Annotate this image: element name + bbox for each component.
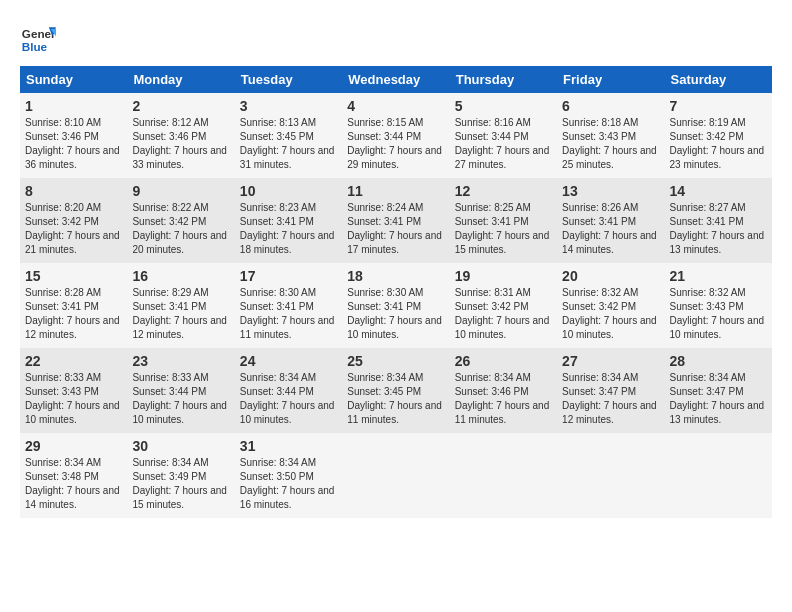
calendar-cell: 10 Sunrise: 8:23 AMSunset: 3:41 PMDaylig… <box>235 178 342 263</box>
day-info: Sunrise: 8:29 AMSunset: 3:41 PMDaylight:… <box>132 287 227 340</box>
day-number: 2 <box>132 98 229 114</box>
day-number: 19 <box>455 268 552 284</box>
day-info: Sunrise: 8:23 AMSunset: 3:41 PMDaylight:… <box>240 202 335 255</box>
week-row-2: 8 Sunrise: 8:20 AMSunset: 3:42 PMDayligh… <box>20 178 772 263</box>
day-info: Sunrise: 8:34 AMSunset: 3:47 PMDaylight:… <box>670 372 765 425</box>
day-info: Sunrise: 8:34 AMSunset: 3:50 PMDaylight:… <box>240 457 335 510</box>
day-number: 22 <box>25 353 122 369</box>
day-number: 8 <box>25 183 122 199</box>
day-number: 25 <box>347 353 444 369</box>
day-info: Sunrise: 8:26 AMSunset: 3:41 PMDaylight:… <box>562 202 657 255</box>
calendar-cell: 12 Sunrise: 8:25 AMSunset: 3:41 PMDaylig… <box>450 178 557 263</box>
calendar-cell: 30 Sunrise: 8:34 AMSunset: 3:49 PMDaylig… <box>127 433 234 518</box>
day-number: 4 <box>347 98 444 114</box>
day-info: Sunrise: 8:19 AMSunset: 3:42 PMDaylight:… <box>670 117 765 170</box>
logo: General Blue <box>20 20 60 56</box>
calendar-cell: 4 Sunrise: 8:15 AMSunset: 3:44 PMDayligh… <box>342 93 449 178</box>
day-number: 24 <box>240 353 337 369</box>
day-info: Sunrise: 8:33 AMSunset: 3:44 PMDaylight:… <box>132 372 227 425</box>
calendar-cell: 22 Sunrise: 8:33 AMSunset: 3:43 PMDaylig… <box>20 348 127 433</box>
calendar-cell: 21 Sunrise: 8:32 AMSunset: 3:43 PMDaylig… <box>665 263 772 348</box>
day-info: Sunrise: 8:34 AMSunset: 3:48 PMDaylight:… <box>25 457 120 510</box>
day-number: 31 <box>240 438 337 454</box>
day-number: 9 <box>132 183 229 199</box>
day-info: Sunrise: 8:34 AMSunset: 3:49 PMDaylight:… <box>132 457 227 510</box>
calendar-cell: 24 Sunrise: 8:34 AMSunset: 3:44 PMDaylig… <box>235 348 342 433</box>
day-number: 30 <box>132 438 229 454</box>
day-number: 7 <box>670 98 767 114</box>
header-cell-sunday: Sunday <box>20 66 127 93</box>
day-info: Sunrise: 8:15 AMSunset: 3:44 PMDaylight:… <box>347 117 442 170</box>
day-info: Sunrise: 8:27 AMSunset: 3:41 PMDaylight:… <box>670 202 765 255</box>
header-cell-friday: Friday <box>557 66 664 93</box>
day-info: Sunrise: 8:24 AMSunset: 3:41 PMDaylight:… <box>347 202 442 255</box>
week-row-4: 22 Sunrise: 8:33 AMSunset: 3:43 PMDaylig… <box>20 348 772 433</box>
day-number: 6 <box>562 98 659 114</box>
day-number: 15 <box>25 268 122 284</box>
day-number: 5 <box>455 98 552 114</box>
calendar-cell: 28 Sunrise: 8:34 AMSunset: 3:47 PMDaylig… <box>665 348 772 433</box>
day-number: 18 <box>347 268 444 284</box>
calendar-cell: 11 Sunrise: 8:24 AMSunset: 3:41 PMDaylig… <box>342 178 449 263</box>
calendar-cell: 15 Sunrise: 8:28 AMSunset: 3:41 PMDaylig… <box>20 263 127 348</box>
calendar-cell <box>665 433 772 518</box>
day-info: Sunrise: 8:22 AMSunset: 3:42 PMDaylight:… <box>132 202 227 255</box>
day-number: 10 <box>240 183 337 199</box>
calendar-cell: 27 Sunrise: 8:34 AMSunset: 3:47 PMDaylig… <box>557 348 664 433</box>
calendar-cell: 1 Sunrise: 8:10 AMSunset: 3:46 PMDayligh… <box>20 93 127 178</box>
calendar-cell: 26 Sunrise: 8:34 AMSunset: 3:46 PMDaylig… <box>450 348 557 433</box>
calendar-cell: 3 Sunrise: 8:13 AMSunset: 3:45 PMDayligh… <box>235 93 342 178</box>
day-number: 21 <box>670 268 767 284</box>
day-number: 12 <box>455 183 552 199</box>
calendar-cell: 6 Sunrise: 8:18 AMSunset: 3:43 PMDayligh… <box>557 93 664 178</box>
calendar-cell <box>450 433 557 518</box>
calendar-cell: 23 Sunrise: 8:33 AMSunset: 3:44 PMDaylig… <box>127 348 234 433</box>
day-info: Sunrise: 8:18 AMSunset: 3:43 PMDaylight:… <box>562 117 657 170</box>
day-info: Sunrise: 8:32 AMSunset: 3:43 PMDaylight:… <box>670 287 765 340</box>
day-info: Sunrise: 8:25 AMSunset: 3:41 PMDaylight:… <box>455 202 550 255</box>
calendar-cell: 13 Sunrise: 8:26 AMSunset: 3:41 PMDaylig… <box>557 178 664 263</box>
week-row-1: 1 Sunrise: 8:10 AMSunset: 3:46 PMDayligh… <box>20 93 772 178</box>
day-number: 23 <box>132 353 229 369</box>
day-number: 20 <box>562 268 659 284</box>
logo-icon: General Blue <box>20 20 56 56</box>
calendar-cell: 29 Sunrise: 8:34 AMSunset: 3:48 PMDaylig… <box>20 433 127 518</box>
header-cell-monday: Monday <box>127 66 234 93</box>
day-info: Sunrise: 8:34 AMSunset: 3:47 PMDaylight:… <box>562 372 657 425</box>
day-number: 3 <box>240 98 337 114</box>
calendar-cell: 16 Sunrise: 8:29 AMSunset: 3:41 PMDaylig… <box>127 263 234 348</box>
day-number: 1 <box>25 98 122 114</box>
calendar-cell: 25 Sunrise: 8:34 AMSunset: 3:45 PMDaylig… <box>342 348 449 433</box>
header-row: SundayMondayTuesdayWednesdayThursdayFrid… <box>20 66 772 93</box>
day-number: 14 <box>670 183 767 199</box>
header-cell-saturday: Saturday <box>665 66 772 93</box>
day-info: Sunrise: 8:33 AMSunset: 3:43 PMDaylight:… <box>25 372 120 425</box>
svg-text:Blue: Blue <box>22 40 48 53</box>
day-info: Sunrise: 8:34 AMSunset: 3:46 PMDaylight:… <box>455 372 550 425</box>
day-info: Sunrise: 8:16 AMSunset: 3:44 PMDaylight:… <box>455 117 550 170</box>
day-number: 13 <box>562 183 659 199</box>
calendar-table: SundayMondayTuesdayWednesdayThursdayFrid… <box>20 66 772 518</box>
day-number: 11 <box>347 183 444 199</box>
calendar-cell: 19 Sunrise: 8:31 AMSunset: 3:42 PMDaylig… <box>450 263 557 348</box>
calendar-cell <box>557 433 664 518</box>
day-info: Sunrise: 8:34 AMSunset: 3:44 PMDaylight:… <box>240 372 335 425</box>
day-info: Sunrise: 8:34 AMSunset: 3:45 PMDaylight:… <box>347 372 442 425</box>
page-header: General Blue <box>20 20 772 56</box>
day-info: Sunrise: 8:32 AMSunset: 3:42 PMDaylight:… <box>562 287 657 340</box>
header-cell-tuesday: Tuesday <box>235 66 342 93</box>
day-info: Sunrise: 8:20 AMSunset: 3:42 PMDaylight:… <box>25 202 120 255</box>
calendar-cell: 8 Sunrise: 8:20 AMSunset: 3:42 PMDayligh… <box>20 178 127 263</box>
week-row-3: 15 Sunrise: 8:28 AMSunset: 3:41 PMDaylig… <box>20 263 772 348</box>
calendar-cell <box>342 433 449 518</box>
day-number: 29 <box>25 438 122 454</box>
day-info: Sunrise: 8:30 AMSunset: 3:41 PMDaylight:… <box>347 287 442 340</box>
calendar-cell: 7 Sunrise: 8:19 AMSunset: 3:42 PMDayligh… <box>665 93 772 178</box>
day-number: 17 <box>240 268 337 284</box>
calendar-cell: 14 Sunrise: 8:27 AMSunset: 3:41 PMDaylig… <box>665 178 772 263</box>
calendar-cell: 18 Sunrise: 8:30 AMSunset: 3:41 PMDaylig… <box>342 263 449 348</box>
day-info: Sunrise: 8:10 AMSunset: 3:46 PMDaylight:… <box>25 117 120 170</box>
calendar-cell: 20 Sunrise: 8:32 AMSunset: 3:42 PMDaylig… <box>557 263 664 348</box>
day-info: Sunrise: 8:12 AMSunset: 3:46 PMDaylight:… <box>132 117 227 170</box>
calendar-cell: 5 Sunrise: 8:16 AMSunset: 3:44 PMDayligh… <box>450 93 557 178</box>
